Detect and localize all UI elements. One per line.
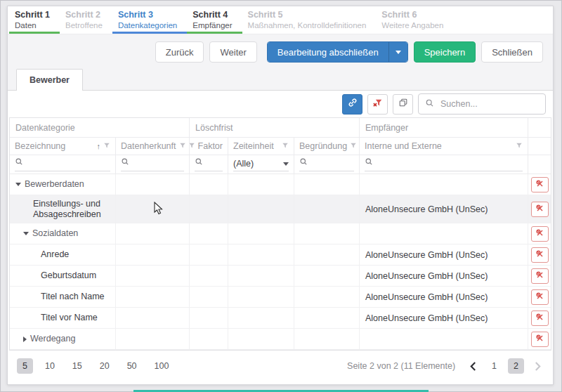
cell-zeiteinheit xyxy=(228,195,294,223)
header-bezeichnung[interactable]: Bezeichnung ↑ xyxy=(10,138,116,155)
tab-bewerber[interactable]: Bewerber xyxy=(16,69,83,91)
cell-zeiteinheit xyxy=(228,266,294,286)
expander-icon[interactable] xyxy=(23,337,27,342)
row-empfaenger: AloneUnsecure GmbH (UnSec) xyxy=(365,313,488,323)
step-3[interactable]: Schritt 3Datenkategorien xyxy=(112,6,187,34)
cell-datenherkunft xyxy=(116,287,190,307)
page-size-20[interactable]: 20 xyxy=(94,358,115,374)
header-begruendung[interactable]: Begründung xyxy=(294,138,360,155)
cell-bezeichnung: Einstellungs- und Absageschreiben xyxy=(10,195,116,223)
table-row[interactable]: Einstellungs- und Absageschreiben AloneU… xyxy=(10,195,551,223)
header-datenherkunft[interactable]: Datenherkunft xyxy=(116,138,190,155)
filter-icon[interactable] xyxy=(179,141,186,151)
page-size-50[interactable]: 50 xyxy=(122,358,143,374)
unlink-button[interactable] xyxy=(531,247,549,263)
page-size-selector: 510152050100 xyxy=(17,358,174,374)
step-5[interactable]: Schritt 5Maßnahmen, Kontrolldefinitionen xyxy=(242,6,377,34)
finish-button[interactable]: Bearbeitung abschließen xyxy=(268,42,388,62)
filter-select-zeiteinheit[interactable]: (Alle) xyxy=(233,159,289,171)
page-button-1[interactable]: 1 xyxy=(486,358,502,374)
unlink-icon xyxy=(535,228,544,240)
cell-faktor xyxy=(190,244,228,265)
header-faktor[interactable]: Faktor xyxy=(190,138,228,155)
grid-body: Bewerberdaten Einstellungs- und Absagesc… xyxy=(10,174,551,350)
cell-datenherkunft xyxy=(116,174,190,195)
expander-icon xyxy=(31,318,37,318)
step-6[interactable]: Schritt 6Weitere Angaben xyxy=(376,6,453,34)
column-chooser-button[interactable] xyxy=(393,94,413,115)
next-page-button[interactable] xyxy=(531,358,544,374)
next-button[interactable]: Weiter xyxy=(209,41,256,63)
cell-zeiteinheit xyxy=(228,308,294,328)
row-label: Titel nach Name xyxy=(41,292,105,302)
filter-input-begruendung[interactable] xyxy=(299,156,354,171)
step-2[interactable]: Schritt 2Betroffene xyxy=(60,6,112,34)
filter-input-bezeichnung[interactable] xyxy=(15,156,110,171)
filter-input-interne-externe[interactable] xyxy=(365,156,523,171)
header-zeiteinheit[interactable]: Zeiteinheit xyxy=(228,138,294,155)
table-row[interactable]: Werdegang xyxy=(10,329,551,350)
step-title: Schritt 6 xyxy=(381,10,443,20)
close-button[interactable]: Schließen xyxy=(481,41,543,63)
page-size-10[interactable]: 10 xyxy=(39,358,60,374)
table-row[interactable]: Geburtsdatum AloneUnsecure GmbH (UnSec) xyxy=(10,266,551,287)
header-actions xyxy=(528,138,551,155)
table-row[interactable]: Titel vor Name AloneUnsecure GmbH (UnSec… xyxy=(10,308,551,329)
cell-actions xyxy=(528,244,551,265)
finish-split-button: Bearbeitung abschließen xyxy=(267,41,408,63)
unlink-button[interactable] xyxy=(531,289,549,305)
unlink-button[interactable] xyxy=(531,268,549,284)
search-input[interactable] xyxy=(439,98,539,110)
prev-page-button[interactable] xyxy=(466,358,479,374)
cell-faktor xyxy=(190,308,228,328)
grid-panel: Datenkategorie Löschfrist Empfänger Beze… xyxy=(8,91,553,381)
expander-icon[interactable] xyxy=(23,232,29,235)
filter-icon[interactable] xyxy=(103,141,110,151)
filter-icon[interactable] xyxy=(350,141,357,151)
step-4[interactable]: Schritt 4Empfänger xyxy=(187,6,242,34)
header-zone: Zurück Weiter Bearbeitung abschließen Sp… xyxy=(8,34,553,91)
cell-faktor xyxy=(190,174,228,195)
page-size-5[interactable]: 5 xyxy=(17,358,33,374)
page-size-15[interactable]: 15 xyxy=(67,358,88,374)
table-row[interactable]: Titel nach Name AloneUnsecure GmbH (UnSe… xyxy=(10,287,551,308)
search-icon xyxy=(299,156,308,169)
table-row[interactable]: Bewerberdaten xyxy=(10,174,551,195)
step-1[interactable]: Schritt 1Daten xyxy=(9,6,60,34)
sort-ascending-icon: ↑ xyxy=(97,142,101,150)
header-interne-externe[interactable]: Interne und Externe xyxy=(360,138,528,155)
step-subtitle: Betroffene xyxy=(65,20,103,30)
expander-icon[interactable] xyxy=(15,183,21,186)
cell-bezeichnung: Bewerberdaten xyxy=(10,174,116,195)
filter-input-faktor[interactable] xyxy=(195,156,223,171)
grid-toolbar xyxy=(8,91,553,117)
expander-icon xyxy=(31,296,37,297)
unlink-button[interactable] xyxy=(531,332,549,347)
page-size-100[interactable]: 100 xyxy=(149,358,175,374)
row-empfaenger: AloneUnsecure GmbH (UnSec) xyxy=(365,292,488,302)
filter-input-datenherkunft[interactable] xyxy=(121,156,184,171)
filter-icon[interactable] xyxy=(190,141,195,151)
link-button[interactable] xyxy=(342,94,362,115)
unlink-button[interactable] xyxy=(531,202,549,217)
clear-filter-button[interactable] xyxy=(367,94,388,115)
finish-dropdown-button[interactable] xyxy=(388,42,407,62)
cell-actions xyxy=(528,287,551,307)
row-label: Bewerberdaten xyxy=(25,179,84,190)
table-row[interactable]: Sozialdaten xyxy=(10,223,551,244)
unlink-button[interactable] xyxy=(531,226,549,242)
filter-icon[interactable] xyxy=(282,141,289,151)
table-row[interactable]: Anrede AloneUnsecure GmbH (UnSec) xyxy=(10,244,551,266)
save-button[interactable]: Speichern xyxy=(414,41,476,63)
unlink-button[interactable] xyxy=(531,177,549,192)
cell-bezeichnung: Sozialdaten xyxy=(10,223,116,244)
unlink-button[interactable] xyxy=(531,311,549,326)
expander-icon xyxy=(31,254,37,255)
back-button[interactable]: Zurück xyxy=(155,41,204,63)
cell-faktor xyxy=(190,329,228,349)
filter-actions xyxy=(528,155,551,174)
filter-icon[interactable] xyxy=(516,141,523,151)
cell-actions xyxy=(528,223,551,244)
data-grid: Datenkategorie Löschfrist Empfänger Beze… xyxy=(9,117,551,351)
page-button-2[interactable]: 2 xyxy=(508,358,524,374)
